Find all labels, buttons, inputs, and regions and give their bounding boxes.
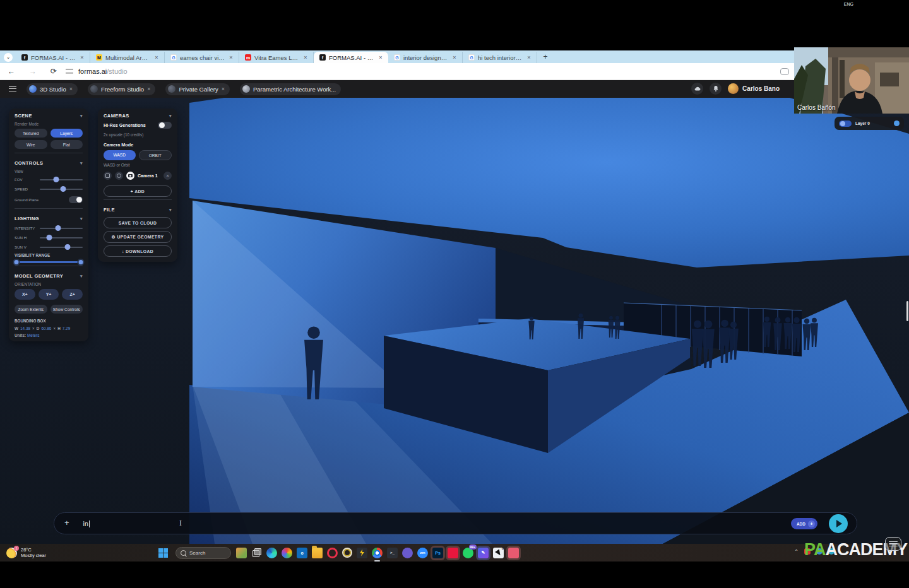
axis-z-button[interactable]: Z+ — [62, 289, 83, 300]
add-button[interactable]: ADD — [791, 518, 817, 529]
camera-delete-icon[interactable] — [163, 172, 172, 180]
photoshop-icon[interactable]: Ps — [432, 548, 443, 558]
visibility-range-max-handle[interactable] — [77, 259, 84, 266]
render-mode-layers[interactable]: Layers — [50, 129, 83, 138]
sun-v-slider-handle[interactable] — [65, 244, 71, 250]
close-icon[interactable] — [147, 86, 150, 92]
cursor-tool-icon[interactable] — [493, 548, 504, 558]
tab-close-icon[interactable] — [153, 54, 160, 61]
sun-h-slider-handle[interactable] — [46, 235, 52, 240]
tab-close-icon[interactable] — [79, 54, 85, 61]
render-mode-wire[interactable]: Wire — [15, 140, 47, 149]
browser-tab[interactable]: f FORMAS.AI - Multimodal AI D — [16, 52, 90, 63]
camera-icon[interactable] — [126, 172, 134, 180]
outlook-icon[interactable]: o — [297, 548, 307, 558]
terminal-icon[interactable]: >_ — [387, 548, 398, 558]
update-geometry-button[interactable]: ⚙ UPDATE GEOMETRY — [104, 231, 172, 243]
send-button[interactable] — [829, 514, 848, 533]
browser-tab[interactable]: M Multimodal Architecture - Miro — [90, 52, 165, 63]
tab-close-icon[interactable] — [228, 54, 234, 61]
scene-section-header[interactable]: SCENE — [9, 109, 88, 121]
photos-icon[interactable] — [282, 548, 292, 558]
camera-frames-icon[interactable] — [115, 172, 123, 180]
weather-widget[interactable]: 28°CMostly clear — [6, 547, 46, 559]
camera-mode-orbit-button[interactable]: ORBIT — [139, 150, 172, 160]
hires-toggle[interactable] — [158, 122, 172, 129]
design-tool-icon[interactable]: ✎ — [478, 548, 489, 558]
fov-slider[interactable] — [40, 179, 83, 180]
cameras-section-header[interactable]: CAMERAS — [98, 109, 177, 121]
layer-color-swatch[interactable] — [894, 121, 900, 126]
viewport-3d[interactable]: SCENE Render Mode Textured Layers Wire F… — [0, 98, 909, 544]
intensity-slider-handle[interactable] — [55, 225, 61, 231]
tab-close-icon[interactable] — [451, 54, 458, 61]
workspace-tab-3d-studio[interactable]: 3D Studio — [27, 83, 78, 95]
task-view-icon[interactable] — [251, 548, 262, 558]
site-settings-icon[interactable] — [66, 68, 73, 74]
opera-icon[interactable] — [327, 548, 338, 558]
file-section-header[interactable]: FILE — [98, 203, 177, 215]
workspace-tab-parametric[interactable]: Parametric Architecture Work... — [240, 83, 341, 95]
workspace-tab-freeform-studio[interactable]: Freeform Studio — [88, 83, 155, 95]
overlay-widget-icon[interactable] — [885, 537, 901, 551]
render-mode-flat[interactable]: Flat — [50, 140, 83, 149]
browser-tab-active[interactable]: f FORMAS.AI - Multimodal AI D — [314, 52, 388, 63]
axis-x-button[interactable]: X+ — [15, 289, 35, 300]
camera-mode-wasd-button[interactable]: WASD — [104, 150, 136, 160]
cloud-icon[interactable] — [691, 83, 703, 95]
ground-plane-toggle[interactable] — [69, 196, 83, 203]
start-button[interactable] — [158, 548, 168, 558]
add-camera-button[interactable]: + ADD — [104, 185, 172, 197]
user-chip[interactable]: Carlos Bano — [728, 83, 780, 94]
download-button[interactable]: ↓ DOWNLOAD — [104, 245, 172, 257]
language-indicator[interactable]: ENG — [844, 2, 853, 6]
taskbar-search[interactable]: Search — [175, 547, 231, 559]
tab-close-icon[interactable] — [526, 54, 532, 61]
speed-slider-handle[interactable] — [61, 186, 66, 192]
geometry-section-header[interactable]: MODEL GEOMETRY — [9, 269, 88, 281]
browser-tab[interactable]: G interior design room peter zum — [388, 52, 463, 63]
file-explorer-icon[interactable] — [312, 548, 323, 558]
workspace-tab-private-gallery[interactable]: Private Gallery — [165, 83, 230, 95]
prompt-bar[interactable]: in I ADD — [54, 512, 857, 534]
browser-tab[interactable]: m Vitra Eames Lounge Chair & C — [239, 52, 314, 63]
browser-tab[interactable]: G eames chair vitra - Google Sea — [165, 52, 239, 63]
passkey-icon[interactable] — [780, 68, 789, 75]
ring-app-icon[interactable] — [342, 548, 352, 558]
back-icon[interactable] — [8, 67, 15, 76]
tab-close-icon[interactable] — [377, 54, 384, 61]
layer-visibility-toggle[interactable] — [839, 121, 852, 127]
close-icon[interactable] — [222, 86, 225, 92]
fov-slider-handle[interactable] — [53, 177, 59, 182]
new-tab-button[interactable] — [541, 53, 550, 62]
zoom-icon[interactable]: zm — [417, 548, 428, 558]
axis-y-button[interactable]: Y+ — [39, 289, 59, 300]
menu-icon[interactable] — [9, 86, 16, 91]
reload-icon[interactable] — [44, 67, 57, 76]
show-controls-button[interactable]: Show Controls — [50, 305, 83, 314]
pink-app-icon[interactable] — [508, 548, 519, 558]
render-mode-textured[interactable]: Textured — [15, 129, 47, 138]
visibility-range-min-handle[interactable] — [13, 259, 20, 266]
intensity-slider[interactable] — [40, 228, 83, 229]
widgets-icon[interactable] — [236, 548, 247, 558]
attach-icon[interactable] — [64, 518, 69, 527]
sun-v-slider[interactable] — [40, 247, 83, 248]
viewport-scroll-handle[interactable] — [906, 301, 908, 321]
whatsapp-icon[interactable] — [463, 548, 473, 558]
close-icon[interactable] — [69, 86, 73, 92]
forward-icon[interactable] — [23, 67, 37, 76]
tab-search-chevron-icon[interactable] — [4, 53, 13, 62]
prompt-input[interactable]: in — [83, 520, 90, 527]
sun-h-slider[interactable] — [40, 237, 83, 238]
controls-section-header[interactable]: CONTROLS — [9, 156, 88, 168]
chrome-icon[interactable] — [372, 548, 383, 558]
browser-tab[interactable]: G hi tech interior design - Googl — [463, 52, 537, 63]
lighting-section-header[interactable]: LIGHTING — [9, 211, 88, 223]
speed-slider[interactable] — [40, 189, 83, 190]
bell-icon[interactable] — [710, 83, 722, 95]
tab-close-icon[interactable] — [302, 54, 309, 61]
edge-icon[interactable] — [266, 548, 277, 558]
bolt-app-icon[interactable] — [357, 548, 367, 558]
camera-view-icon[interactable] — [104, 172, 112, 180]
